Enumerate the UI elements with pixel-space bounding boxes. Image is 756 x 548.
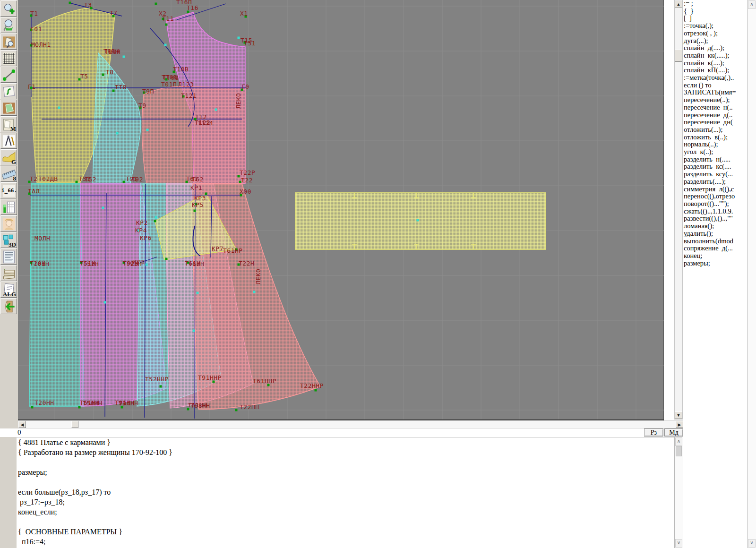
point-label: Т62 [192, 176, 204, 183]
command-item[interactable]: поворот(()...""); [683, 200, 747, 208]
exit-return-button[interactable] [0, 298, 17, 314]
zoom-area-button[interactable] [0, 17, 17, 33]
command-item[interactable]: сплайн кк(.....); [683, 52, 747, 60]
command-item[interactable]: сплайн к(....); [683, 60, 747, 67]
scroll-down-button[interactable]: ∨ [675, 539, 682, 548]
point-label: Т22НН [240, 403, 259, 411]
command-item[interactable]: сжать(()..,1.1.0.9. [683, 208, 747, 215]
code-line: конец_если; [17, 507, 674, 517]
pattern-marker-button[interactable]: M [0, 116, 17, 132]
info-i66-button[interactable]: i_66. [0, 182, 17, 198]
command-item[interactable]: пересечение д(.. [683, 111, 747, 119]
command-item[interactable]: угол к(..); [683, 148, 747, 156]
segment-button[interactable] [0, 67, 17, 83]
point-label: Т121 [181, 92, 197, 99]
command-item[interactable]: перенос((),отрезо [683, 193, 747, 200]
canvas-horizontal-scrollbar[interactable]: ◀ ▶ [18, 420, 684, 428]
command-item[interactable]: если () то [683, 82, 747, 89]
command-item[interactable]: развести((),()..,"" [683, 215, 747, 223]
pattern-piece-belt[interactable] [295, 193, 546, 249]
point-label: Т22ННР [300, 382, 324, 389]
command-item[interactable]: сопряжение д(... [683, 245, 747, 252]
point-label: Т8 [106, 68, 114, 76]
pattern-piece-upper-back[interactable] [142, 86, 245, 183]
drawing-canvas[interactable]: Т1Г01МОЛН1Т3Т7X2Т11Т16ПТ16X1Т15Т51Т8ВНТВ… [18, 0, 664, 420]
left-toolbar: MG8i_66.3DALG [0, 0, 18, 548]
code-line: { ОСНОВНЫЕ ПАРАМЕТРЫ } [17, 527, 674, 537]
drafting-tools-button[interactable] [0, 133, 17, 149]
code-vertical-scrollbar[interactable]: ∧ ∨ [674, 437, 683, 548]
point-label: ЛЕКО [235, 93, 242, 109]
command-item[interactable]: пересечение н(.. [683, 104, 747, 111]
sketch-curve-button[interactable] [0, 83, 17, 99]
scroll-up-button[interactable]: ∧ [675, 437, 682, 446]
point-label: Т5 [80, 73, 88, 80]
fabric-icon [2, 151, 16, 164]
point-marker [315, 389, 317, 392]
notes-list-button[interactable] [0, 248, 17, 265]
view-pattern-button[interactable] [0, 34, 17, 50]
command-item[interactable]: ломаная(); [683, 223, 747, 230]
point-label: КР3 [194, 195, 206, 202]
scroll-up-button[interactable]: ∧ [748, 0, 756, 9]
pattern-piece-gore-teal[interactable] [29, 183, 84, 406]
command-item[interactable]: разделить кс(.... [683, 163, 747, 171]
command-item[interactable]: отложить(...); [683, 126, 747, 134]
point-label: Т22Р [240, 169, 255, 176]
command-item[interactable]: отрезок( , ); [683, 30, 747, 37]
command-item[interactable]: отложить в(..); [683, 134, 747, 141]
segment-icon [2, 68, 16, 82]
command-item[interactable]: разделить н(..... [683, 156, 747, 163]
command-item[interactable]: нормаль(..); [683, 141, 747, 148]
zoom-in-button[interactable] [0, 0, 17, 17]
grid-button[interactable] [0, 50, 17, 66]
command-item[interactable]: дуга(,..); [683, 37, 747, 45]
code-editor[interactable]: { 4881 Платье с карманами }{ Разработано… [17, 437, 674, 548]
command-item[interactable]: разделить(....); [683, 178, 747, 186]
command-item[interactable]: [ ] [683, 15, 747, 22]
grading-button[interactable]: G [0, 149, 17, 165]
command-item[interactable]: { } [683, 8, 747, 15]
command-item[interactable]: := ; [683, 0, 747, 8]
point-label: Т22 [241, 177, 253, 184]
point-marker [123, 56, 125, 58]
command-item[interactable]: пересечение дн( [683, 119, 747, 126]
pattern-piece-side-bodice[interactable] [93, 53, 141, 183]
scroll-down-button[interactable]: ∨ [748, 539, 756, 548]
point-label: X00 [240, 188, 251, 195]
command-item[interactable]: удалить(); [683, 230, 747, 238]
scroll-left-button[interactable]: ◀ [18, 421, 26, 428]
book-arrow-icon [2, 300, 16, 313]
pattern-piece-button[interactable] [0, 100, 17, 116]
canvas-vertical-scrollbar[interactable]: ▲ ▼ [674, 0, 683, 420]
command-item[interactable]: симметрия л((),с [683, 186, 747, 193]
scroll-thumb[interactable] [676, 446, 682, 456]
command-item[interactable]: пересечение(..); [683, 96, 747, 104]
scroll-thumb[interactable] [675, 50, 682, 62]
library-books-button[interactable] [0, 265, 17, 281]
size-table-button[interactable] [0, 199, 17, 215]
measure-ruler-button[interactable]: 8 [0, 166, 17, 182]
view-3d-button[interactable]: 3D [0, 232, 17, 248]
command-item[interactable]: ЗАПИСАТЬ(имя= [683, 89, 747, 96]
rz-button[interactable]: Рз [644, 428, 663, 437]
scroll-down-button[interactable]: ▼ [675, 411, 682, 419]
command-item[interactable]: размеры; [683, 260, 747, 267]
command-item[interactable]: разделить ксу(... [683, 171, 747, 178]
command-item[interactable]: конец; [683, 252, 747, 260]
algorithm-doc-button[interactable]: ALG [0, 282, 17, 298]
md-button[interactable]: Мд [664, 428, 683, 437]
point-label: Г01 [30, 26, 42, 33]
scroll-up-button[interactable]: ▲ [675, 0, 682, 8]
point-label: Т9 [138, 102, 146, 109]
model-photo-button[interactable] [0, 215, 17, 231]
panel-vertical-scrollbar[interactable]: ∧ ∨ [747, 0, 756, 548]
scroll-thumb[interactable] [71, 421, 78, 428]
command-item[interactable]: :=метка(точка(,).. [683, 74, 747, 82]
scroll-right-button[interactable]: ▶ [676, 421, 683, 428]
command-item[interactable]: сплайн кП(....); [683, 67, 747, 74]
command-item[interactable]: выполнить(dmod [683, 238, 747, 245]
zoom-plus-icon [2, 2, 16, 16]
command-item[interactable]: сплайн д(....); [683, 44, 747, 52]
command-item[interactable]: :=точка(,); [683, 22, 747, 30]
